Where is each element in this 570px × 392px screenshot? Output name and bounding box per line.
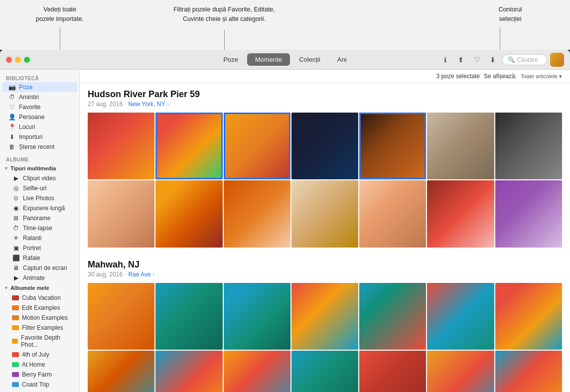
photo-cell-s10[interactable] — [224, 351, 290, 392]
library-header: Bibliotecă — [0, 74, 79, 82]
sidebar-item-coast-trip[interactable]: Coast Trip — [2, 380, 77, 390]
sidebar-item-importuri[interactable]: ⬇ Importuri — [2, 132, 77, 142]
sidebar-item-clipuri-video[interactable]: ▶ Clipuri video — [2, 173, 77, 183]
sidebar-item-persoane[interactable]: 👤 Persoane — [2, 112, 77, 122]
photo-cell-s3[interactable] — [224, 283, 290, 350]
main-area: Bibliotecă 📷 Poze ⏱ Amintiri ♡ Favorite … — [0, 70, 570, 392]
photo-cell-p14[interactable] — [495, 180, 562, 247]
sidebar-label-animate: Animate — [23, 274, 45, 281]
sidebar-item-berry-farm[interactable]: Berry Farm — [2, 370, 77, 380]
photo-cell-p1[interactable] — [88, 113, 154, 179]
sidebar-label-berry: Berry Farm — [22, 371, 52, 378]
photo-cell-p7[interactable] — [495, 113, 562, 179]
tab-colectii[interactable]: Colecții — [291, 53, 328, 66]
sidebar-label-ralanti: Ralanti — [23, 235, 41, 242]
sidebar-item-at-home[interactable]: At Home — [2, 360, 77, 370]
sidebar-item-cuba-vacation[interactable]: Cuba Vacation — [2, 293, 77, 303]
photo-cell-p12[interactable] — [359, 180, 426, 247]
photo-cell-p2[interactable] — [155, 113, 222, 179]
photo-cell-s13[interactable] — [427, 351, 494, 392]
section-meta-hudson: 27 aug. 2016 · New York, NY › — [88, 101, 562, 108]
photo-grid-hudson — [88, 113, 562, 248]
photo-cell-s5[interactable] — [359, 283, 426, 350]
sidebar-label-expunere: Expunere lungă — [23, 205, 65, 212]
photo-cell-s4[interactable] — [291, 283, 358, 350]
photo-cell-s6[interactable] — [427, 283, 494, 350]
sidebar-item-4th-july[interactable]: 4th of July — [2, 350, 77, 360]
sidebar-item-motion-examples[interactable]: Motion Examples — [2, 313, 77, 323]
tab-poze[interactable]: Poze — [215, 53, 246, 66]
my-albums-toggle[interactable]: ▼ Albumele mele — [0, 283, 79, 293]
animate-icon: ▶ — [12, 274, 20, 281]
4th-july-icon — [12, 352, 19, 357]
photo-cell-p4[interactable] — [291, 113, 358, 179]
maximize-button[interactable] — [24, 57, 30, 63]
sidebar-item-animate[interactable]: ▶ Animate — [2, 273, 77, 283]
media-types-toggle[interactable]: ▼ Tipuri multimedia — [0, 163, 79, 173]
sidebar-item-amintiri[interactable]: ⏱ Amintiri — [2, 92, 77, 102]
sidebar-item-capturi-ecran[interactable]: 🖥 Capturi de ecran — [2, 263, 77, 273]
locuri-icon: 📍 — [8, 124, 16, 131]
tab-ani[interactable]: Ani — [329, 53, 355, 66]
sidebar-item-expunere-lunga[interactable]: ◉ Expunere lungă — [2, 203, 77, 213]
photo-cell-s2[interactable] — [155, 283, 222, 350]
section-mahwah: Mahwah, NJ 30 aug. 2016 · Rae Ave › — [80, 254, 570, 392]
photo-cell-s1[interactable] — [88, 283, 154, 350]
photo-cell-s7[interactable] — [495, 283, 562, 350]
share-icon[interactable]: ⬆ — [454, 53, 467, 66]
tab-momente[interactable]: Momente — [247, 53, 290, 66]
selection-bar: 3 poze selectate Se afișează: Toate arti… — [80, 70, 570, 83]
photo-cell-p10[interactable] — [224, 180, 290, 247]
filter-dropdown[interactable]: Toate articolele ▾ — [521, 73, 562, 80]
sidebar-item-filter-examples[interactable]: Filter Examples — [2, 323, 77, 333]
sidebar-label-selfie: Selfie-uri — [23, 185, 46, 192]
section-hudson: Hudson River Park Pier 59 27 aug. 2016 ·… — [80, 83, 570, 254]
photo-cell-s9[interactable] — [155, 351, 222, 392]
section-location-link-mahwah[interactable]: Rae Ave — [128, 271, 150, 278]
sidebar-item-selfie-uri[interactable]: ◎ Selfie-uri — [2, 183, 77, 193]
close-button[interactable] — [6, 57, 12, 63]
sidebar-item-locuri[interactable]: 📍 Locuri — [2, 122, 77, 132]
sidebar-item-live-photos[interactable]: ⊙ Live Photos — [2, 193, 77, 203]
photo-cell-p11[interactable] — [291, 180, 358, 247]
photo-cell-p3[interactable] — [224, 113, 290, 179]
tab-bar: Poze Momente Colecții Ani — [215, 53, 354, 66]
berry-farm-icon — [12, 372, 19, 377]
photo-cell-s8[interactable] — [88, 351, 154, 392]
info-icon[interactable]: ℹ — [438, 53, 451, 66]
photo-cell-p6[interactable] — [427, 113, 494, 179]
annotation-area: Vedeți toatepozele importate. Filtrați p… — [0, 0, 570, 50]
sidebar-item-time-lapse[interactable]: ⏱ Time-lapse — [2, 223, 77, 233]
at-home-icon — [12, 362, 19, 367]
photo-cell-p8[interactable] — [88, 180, 154, 247]
sidebar-item-rafale[interactable]: ⬛ Rafale — [2, 253, 77, 263]
section-date-hudson: 27 aug. 2016 — [88, 101, 123, 108]
sidebar-item-edit-examples[interactable]: Edit Examples — [2, 303, 77, 313]
search-box[interactable]: 🔍 Căutare — [502, 54, 547, 65]
sidebar-item-sterse-recent[interactable]: 🗑 Șterse recent — [2, 142, 77, 152]
sidebar-item-ralanti[interactable]: ✳ Ralanti — [2, 233, 77, 243]
photo-cell-s12[interactable] — [359, 351, 426, 392]
sidebar-item-favorite-depth[interactable]: Favorite Depth Phot... — [2, 333, 77, 350]
sidebar-label-fav-depth: Favorite Depth Phot... — [21, 334, 71, 348]
sidebar-item-panorame[interactable]: ⊞ Panorame — [2, 213, 77, 223]
photo-cell-s11[interactable] — [291, 351, 358, 392]
sidebar-label-cuba: Cuba Vacation — [22, 294, 61, 301]
filter-arrow-icon: ▾ — [559, 73, 562, 80]
cuba-vacation-icon — [12, 295, 19, 300]
photo-cell-p9[interactable] — [155, 180, 222, 247]
minimize-button[interactable] — [15, 57, 21, 63]
favorite-icon[interactable]: ♡ — [470, 53, 483, 66]
photo-cell-p13[interactable] — [427, 180, 494, 247]
download-icon[interactable]: ⬇ — [486, 53, 499, 66]
photo-cell-s14[interactable] — [495, 351, 562, 392]
photo-cell-p5[interactable] — [359, 113, 426, 179]
sidebar-item-favorite[interactable]: ♡ Favorite — [2, 102, 77, 112]
annotation-right: Contorulselecției — [480, 5, 540, 24]
portret-icon: ▣ — [12, 245, 20, 252]
sidebar-item-four-legged[interactable]: Four-legged Friends — [2, 390, 77, 392]
live-photos-icon: ⊙ — [12, 195, 20, 202]
sidebar-item-poze[interactable]: 📷 Poze — [2, 82, 77, 92]
section-location-link-hudson[interactable]: New York, NY — [128, 101, 165, 108]
sidebar-item-portret[interactable]: ▣ Portret — [2, 243, 77, 253]
